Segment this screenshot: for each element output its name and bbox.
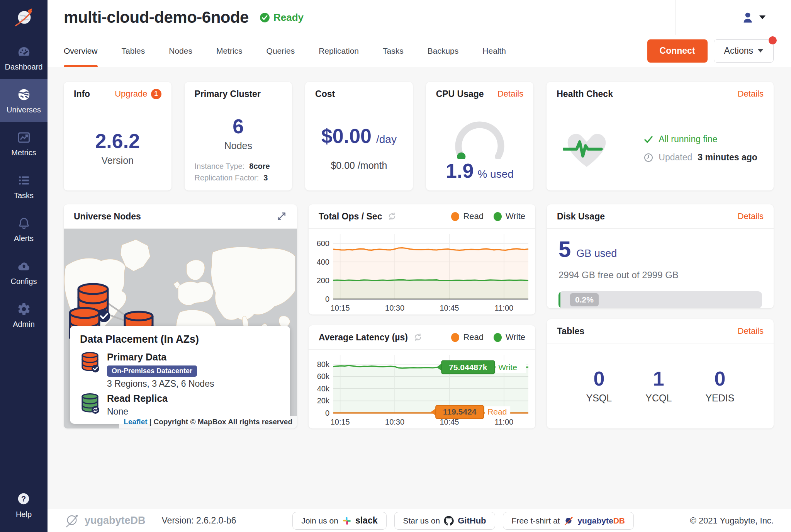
planet-rocket-logo-icon [12,6,36,30]
slack-button[interactable]: Join us on slack [292,512,386,530]
svg-text:11:00: 11:00 [495,304,514,312]
cost-per-day-unit: /day [376,133,397,146]
info-card: Info Upgrade 1 2.6.2 Version [64,82,171,190]
health-status-text: All running fine [659,134,717,144]
svg-text:119.5424: 119.5424 [443,407,477,416]
svg-text:Read: Read [487,407,507,416]
tab-tables[interactable]: Tables [122,35,145,67]
disk-details-link[interactable]: Details [738,211,764,221]
sidebar-item-help[interactable]: ? Help [0,484,48,527]
notification-dot [769,36,777,44]
svg-text:60k: 60k [317,372,330,381]
tab-health[interactable]: Health [482,35,506,67]
sidebar-item-metrics[interactable]: Metrics [0,122,48,165]
tab-nodes[interactable]: Nodes [169,35,192,67]
health-details-link[interactable]: Details [738,89,764,99]
check-icon [644,135,653,144]
refresh-icon[interactable] [387,212,397,221]
sidebar-item-tasks[interactable]: Tasks [0,165,48,208]
svg-text:10:30: 10:30 [385,418,404,426]
actions-button[interactable]: Actions [714,39,774,63]
disk-usage-bar: 0.2% [558,291,762,308]
primary-data-item: Primary Data On-Premises Datacenter 3 Re… [80,352,280,389]
disk-used-unit: GB used [576,248,617,260]
svg-text:40k: 40k [317,384,330,393]
tshirt-button[interactable]: Free t-shirt at yugabyteDB [503,512,634,530]
provider-badge: On-Premises Datacenter [107,365,197,377]
tab-metrics[interactable]: Metrics [216,35,243,67]
connect-button[interactable]: Connect [647,39,708,63]
yedis-count: 0 YEDIS [705,369,734,404]
tables-card: Tables Details 0 YSQL 1 YCQL [547,319,774,428]
write-dot-icon [494,333,502,342]
disk-usage-title: Disk Usage [557,211,605,222]
replication-factor-row: Replication Factor: 3 [195,173,282,182]
health-status-line: All running fine [644,134,757,144]
read-replica-db-icon [80,393,100,415]
refresh-icon[interactable] [413,333,423,342]
sidebar-item-admin[interactable]: Admin [0,294,48,337]
leaflet-link[interactable]: Leaflet [124,418,147,426]
data-placement-title: Data Placement (In AZs) [80,333,280,345]
user-menu[interactable] [675,0,791,35]
legend-write: Write [494,332,525,342]
read-dot-icon [451,333,459,342]
top-bar: multi-cloud-demo-6node Ready Overview Ta… [48,0,791,67]
sidebar-item-universes[interactable]: Universes [0,79,48,122]
cpu-gauge [451,116,509,159]
total-ops-chart: 020040060010:1510:3010:4511:00 [311,229,532,314]
svg-text:600: 600 [317,239,329,248]
cpu-details-link[interactable]: Details [497,89,523,99]
upgrade-count-badge: 1 [151,89,161,99]
latency-legend: Read Write [451,332,525,342]
bell-icon [17,216,31,230]
sidebar-item-configs[interactable]: Configs [0,251,48,294]
primary-cluster-title: Primary Cluster [195,89,261,99]
svg-text:20k: 20k [317,396,330,405]
tab-backups[interactable]: Backups [428,35,459,67]
github-button[interactable]: Star us on GitHub [394,512,495,530]
main-area: multi-cloud-demo-6node Ready Overview Ta… [48,0,791,532]
svg-text:10:15: 10:15 [331,418,350,426]
footer-version: Version: 2.6.2.0-b6 [162,515,236,526]
data-placement-panel: Data Placement (In AZs) [70,326,290,424]
disk-usage-card: Disk Usage Details 5 GB used 2994 GB fre… [547,204,774,308]
footer-copyright: © 2021 Yugabyte, Inc. [690,516,774,526]
gear-icon [17,302,31,316]
yugabyte-logo[interactable] [0,0,48,36]
status-badge: Ready [260,12,304,24]
health-updated-time: 3 minutes ago [698,152,757,163]
yugabyte-platform-app: Dashboard Universes Metrics Tasks Alerts [0,0,791,532]
svg-text:11:00: 11:00 [495,418,514,426]
tab-replication[interactable]: Replication [319,35,359,67]
ops-legend: Read Write [451,211,525,221]
status-text: Ready [273,12,304,24]
node-count-label: Nodes [224,140,252,151]
legend-read: Read [451,211,484,221]
tab-queries[interactable]: Queries [266,35,295,67]
version-value: 2.6.2 [95,131,140,151]
avg-latency-title: Average Latency (µs) [319,332,408,343]
sidebar-item-label: Tasks [14,191,34,200]
disk-used-value: 5 [558,238,571,260]
read-replica-desc: None [107,406,168,417]
cpu-percent-unit: % used [477,168,513,180]
read-dot-icon [451,212,459,221]
sidebar-item-dashboard[interactable]: Dashboard [0,36,48,79]
tab-tasks[interactable]: Tasks [383,35,404,67]
page-title: multi-cloud-demo-6node [64,8,249,27]
upgrade-link[interactable]: Upgrade 1 [115,89,161,99]
tables-details-link[interactable]: Details [738,326,764,336]
tables-title: Tables [557,326,584,337]
actions-caret-icon [758,49,763,53]
sidebar-item-label: Alerts [14,234,34,243]
world-map[interactable]: Data Placement (In AZs) [64,229,297,428]
universe-nodes-title: Universe Nodes [74,211,141,222]
sidebar-item-alerts[interactable]: Alerts [0,208,48,251]
tab-overview[interactable]: Overview [64,35,98,67]
expand-icon[interactable] [276,211,287,222]
tab-bar: Overview Tables Nodes Metrics Queries Re… [48,35,791,67]
health-check-card: Health Check Details All running fine [547,82,774,190]
yugabyte-footer-logo-icon [64,513,80,529]
node-count-value: 6 [233,116,244,136]
